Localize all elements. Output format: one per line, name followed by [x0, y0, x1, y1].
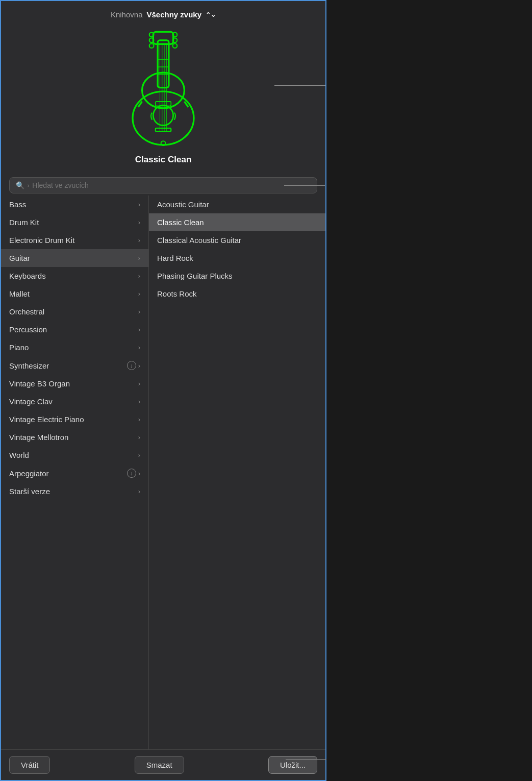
category-item-guitar[interactable]: Guitar›: [1, 249, 148, 267]
footer: Vrátit Smazat Uložit...: [1, 749, 325, 780]
category-label-arpeggiator: Arpeggiator: [9, 469, 127, 478]
category-label-guitar: Guitar: [9, 254, 138, 262]
library-panel: Knihovna Všechny zvuky ⌃⌄: [0, 0, 326, 781]
category-item-vintage-b3-organ[interactable]: Vintage B3 Organ›: [1, 375, 148, 393]
category-item-drum-kit[interactable]: Drum Kit›: [1, 213, 148, 231]
connector-line: [274, 85, 325, 86]
chevron-right-icon-synthesizer: ›: [138, 362, 140, 370]
preset-item-hard-rock[interactable]: Hard Rock: [149, 249, 325, 267]
category-item-bass[interactable]: Bass›: [1, 196, 148, 213]
search-filter-chevron-icon: ›: [28, 183, 29, 188]
category-label-vintage-mellotron: Vintage Mellotron: [9, 433, 138, 442]
category-label-vintage-electric-piano: Vintage Electric Piano: [9, 415, 138, 424]
delete-button[interactable]: Smazat: [135, 756, 184, 774]
guitar-image: [107, 29, 219, 152]
category-item-piano[interactable]: Piano›: [1, 338, 148, 356]
category-label-vintage-clav: Vintage Clav: [9, 397, 138, 406]
chevron-right-icon-orchestral: ›: [138, 308, 140, 315]
category-item-orchestral[interactable]: Orchestral›: [1, 303, 148, 321]
instrument-name: Classic Clean: [135, 155, 192, 165]
category-item-starsi-verze[interactable]: Starší verze›: [1, 482, 148, 500]
preset-item-classic-clean[interactable]: Classic Clean: [149, 213, 325, 231]
search-icon: 🔍: [16, 181, 24, 189]
category-label-keyboards: Keyboards: [9, 272, 138, 280]
download-icon-synthesizer[interactable]: ↓: [127, 361, 136, 370]
panel-header: Knihovna Všechny zvuky ⌃⌄: [1, 1, 325, 24]
svg-point-1: [142, 72, 185, 108]
sounds-selector[interactable]: Všechny zvuky: [147, 10, 202, 19]
category-item-vintage-electric-piano[interactable]: Vintage Electric Piano›: [1, 410, 148, 428]
search-bar[interactable]: 🔍 ›: [9, 177, 317, 193]
category-item-synthesizer[interactable]: Synthesizer↓›: [1, 356, 148, 375]
chevron-right-icon-bass: ›: [138, 201, 140, 208]
library-label: Knihovna: [111, 10, 143, 19]
chevron-right-icon-keyboards: ›: [138, 272, 140, 280]
svg-point-11: [173, 43, 178, 48]
chevron-right-icon-piano: ›: [138, 344, 140, 351]
chevron-right-icon-guitar: ›: [138, 254, 140, 262]
category-item-percussion[interactable]: Percussion›: [1, 321, 148, 338]
category-label-orchestral: Orchestral: [9, 307, 138, 316]
chevron-right-icon-vintage-b3-organ: ›: [138, 380, 140, 387]
svg-point-0: [133, 91, 194, 145]
chevron-right-icon-arpeggiator: ›: [138, 470, 140, 477]
category-label-mallet: Mallet: [9, 289, 138, 298]
category-item-electronic-drum-kit[interactable]: Electronic Drum Kit›: [1, 231, 148, 249]
chevron-right-icon-percussion: ›: [138, 326, 140, 333]
chevron-right-icon-electronic-drum-kit: ›: [138, 236, 140, 244]
category-label-starsi-verze: Starší verze: [9, 487, 138, 496]
category-label-bass: Bass: [9, 200, 138, 209]
search-input[interactable]: [32, 181, 311, 189]
category-label-electronic-drum-kit: Electronic Drum Kit: [9, 236, 138, 245]
category-list: Bass›Drum Kit›Electronic Drum Kit›Guitar…: [1, 196, 149, 749]
preset-item-roots-rock[interactable]: Roots Rock: [149, 285, 325, 303]
chevron-right-icon-starsi-verze: ›: [138, 487, 140, 495]
preset-item-classical-acoustic-guitar[interactable]: Classical Acoustic Guitar: [149, 231, 325, 249]
sounds-chevron-icon: ⌃⌄: [206, 11, 216, 18]
svg-point-8: [149, 43, 154, 48]
category-label-synthesizer: Synthesizer: [9, 361, 127, 370]
instrument-preview: Classic Clean: [1, 24, 325, 173]
category-label-vintage-b3-organ: Vintage B3 Organ: [9, 379, 138, 388]
category-item-mallet[interactable]: Mallet›: [1, 285, 148, 303]
category-label-piano: Piano: [9, 343, 138, 352]
svg-rect-17: [156, 128, 171, 132]
preset-list: Acoustic GuitarClassic CleanClassical Ac…: [149, 196, 325, 749]
chevron-right-icon-vintage-mellotron: ›: [138, 433, 140, 441]
svg-rect-4: [158, 40, 169, 88]
preset-item-phasing-guitar-plucks[interactable]: Phasing Guitar Plucks: [149, 267, 325, 285]
revert-button[interactable]: Vrátit: [9, 756, 50, 774]
category-label-percussion: Percussion: [9, 325, 138, 334]
chevron-right-icon-drum-kit: ›: [138, 218, 140, 226]
category-item-vintage-mellotron[interactable]: Vintage Mellotron›: [1, 428, 148, 446]
category-label-drum-kit: Drum Kit: [9, 218, 138, 227]
download-icon-arpeggiator[interactable]: ↓: [127, 469, 136, 478]
category-label-world: World: [9, 451, 138, 459]
chevron-right-icon-vintage-electric-piano: ›: [138, 416, 140, 423]
lists-container: Bass›Drum Kit›Electronic Drum Kit›Guitar…: [1, 196, 325, 749]
chevron-right-icon-world: ›: [138, 451, 140, 459]
category-item-keyboards[interactable]: Keyboards›: [1, 267, 148, 285]
category-item-arpeggiator[interactable]: Arpeggiator↓›: [1, 464, 148, 482]
search-connector-line: [284, 185, 325, 186]
chevron-right-icon-vintage-clav: ›: [138, 398, 140, 405]
preset-item-acoustic-guitar[interactable]: Acoustic Guitar: [149, 196, 325, 213]
svg-rect-5: [153, 32, 173, 44]
category-item-vintage-clav[interactable]: Vintage Clav›: [1, 393, 148, 410]
category-item-world[interactable]: World›: [1, 446, 148, 464]
chevron-right-icon-mallet: ›: [138, 290, 140, 298]
footer-connector-line: [286, 759, 326, 760]
